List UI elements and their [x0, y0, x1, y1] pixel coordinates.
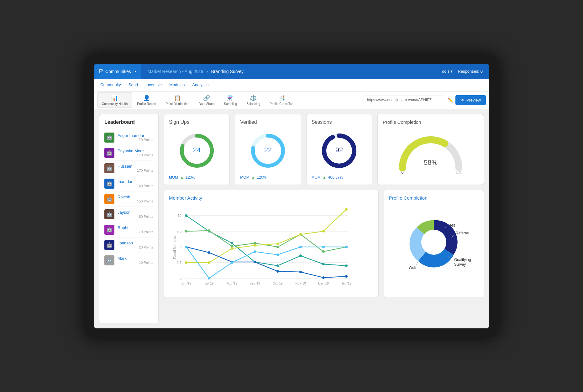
tools-button[interactable]: Tools ▾ [440, 69, 453, 74]
stats-cards: Sign Ups 24 MOM ▲ [164, 114, 372, 185]
list-item: 🤖 Johnson 20 Points [104, 238, 153, 253]
svg-point-66 [254, 250, 256, 253]
svg-text:5: 5 [180, 245, 181, 249]
svg-text:Nov '19: Nov '19 [295, 282, 306, 285]
gauge-wrap: 58% 0 100 [383, 127, 479, 177]
leaderboard-member-points: 20 Points [139, 245, 153, 249]
avatar: 🤖 [104, 225, 114, 235]
sessions-mom-label: MOM [312, 175, 321, 180]
device-frame: P Communities ▾ Market Research - Aug 20… [85, 55, 498, 338]
svg-text:Jun '19: Jun '19 [181, 282, 191, 285]
signups-title: Sign Ups [169, 119, 224, 125]
svg-text:92: 92 [335, 146, 343, 154]
sessions-title: Sessions [312, 119, 367, 125]
svg-point-38 [345, 264, 348, 267]
edit-url-icon[interactable]: ✏️ [448, 97, 453, 102]
breadcrumb-link[interactable]: Market Research - Aug 2019 [148, 69, 203, 74]
preview-button[interactable]: 👁 Preview [455, 95, 486, 105]
svg-point-33 [231, 242, 233, 244]
svg-point-56 [208, 251, 210, 254]
svg-text:24: 24 [193, 146, 200, 154]
svg-point-58 [254, 261, 256, 263]
community-health-icon: 📊 [111, 95, 118, 102]
svg-text:Jan '19: Jan '19 [341, 282, 351, 285]
communities-dropdown-icon: ▾ [135, 70, 136, 73]
svg-text:Survey: Survey [454, 262, 466, 267]
svg-text:10: 10 [178, 214, 181, 217]
svg-point-50 [254, 244, 256, 247]
nav-modules[interactable]: Modules [169, 79, 185, 91]
avatar: 🤖 [104, 163, 114, 173]
list-item: 🤖 Rajesh 150 Points [104, 191, 153, 207]
leaderboard-member-name: Rajesh [118, 195, 153, 199]
leaderboard-member-name: Asgar Inamdar [118, 133, 153, 138]
tool-community-health[interactable]: 📊 Community Health [97, 92, 132, 108]
verified-card: Verified 22 MOM ▲ [235, 114, 301, 185]
svg-text:Aug '19: Aug '19 [227, 282, 237, 285]
nav-send[interactable]: Send [129, 79, 138, 91]
svg-point-68 [299, 246, 302, 248]
avatar: 🤖 [104, 133, 114, 143]
leaderboard-member-name: Johnson [118, 241, 153, 245]
tool-profile-report-label: Profile Report [137, 102, 156, 106]
sampling-icon: ⚗️ [227, 95, 234, 102]
tool-point-distribution[interactable]: 📋 Point Distribution [161, 92, 194, 108]
nav-community[interactable]: Community [100, 79, 121, 91]
sessions-mom-pct: 466.67% [328, 175, 343, 180]
avatar: 🤖 [104, 179, 114, 189]
svg-point-43 [276, 246, 279, 248]
leaderboard-panel: Leaderboard 🤖 Asgar Inamdar 170 Points 🤖… [99, 114, 159, 323]
signups-donut: 24 [178, 132, 216, 170]
list-item: 🤖 Raphel 70 Points [104, 222, 153, 238]
leaderboard-member-points: 150 Points [137, 199, 153, 203]
main-content: Leaderboard 🤖 Asgar Inamdar 170 Points 🤖… [94, 109, 489, 328]
bottom-row: Member Activity 0 2.5 5 [164, 190, 484, 297]
member-activity-chart: 0 2.5 5 7.5 10 Panel Members Jun '19 Jul… [169, 203, 351, 291]
svg-line-80 [415, 261, 418, 268]
svg-point-60 [299, 271, 302, 273]
list-item: 🤖 Jayson 80 Points [104, 207, 153, 222]
svg-point-51 [276, 243, 279, 245]
svg-point-49 [231, 247, 233, 250]
leaderboard-member-points: 70 Points [139, 230, 153, 234]
nav-analytics[interactable]: Analytics [192, 79, 208, 91]
logo-area[interactable]: P Communities ▾ [94, 64, 141, 79]
svg-point-70 [345, 246, 348, 248]
preview-icon: 👁 [460, 98, 465, 102]
tool-balancing[interactable]: ⚖️ Balancing [242, 92, 265, 108]
leaderboard-member-points: 80 Points [139, 215, 153, 218]
logo-icon: P [99, 68, 103, 75]
leaderboard-member-name: Raphel [118, 225, 153, 230]
list-item: 🤖 Inamdar 160 Points [104, 176, 153, 191]
member-activity-title: Member Activity [169, 195, 373, 201]
data-share-icon: 🔗 [203, 95, 210, 102]
svg-text:7.5: 7.5 [177, 229, 181, 233]
tool-profile-cross-tab[interactable]: 📑 Profile Cross Tab [265, 92, 298, 108]
svg-point-41 [231, 245, 233, 248]
nav-incentive[interactable]: Incentive [145, 79, 162, 91]
tool-sampling[interactable]: ⚗️ Sampling [219, 92, 242, 108]
svg-point-45 [322, 250, 325, 253]
stats-and-profile: Sign Ups 24 MOM ▲ [164, 114, 484, 185]
svg-point-47 [185, 261, 187, 264]
svg-text:Jul '19: Jul '19 [205, 282, 214, 285]
avatar: 🤖 [104, 148, 114, 158]
tool-data-share[interactable]: 🔗 Data Share [194, 92, 219, 108]
sessions-footer: MOM ▲ 466.67% [312, 175, 367, 180]
svg-point-36 [299, 254, 302, 257]
svg-text:58%: 58% [424, 159, 438, 166]
svg-point-65 [231, 261, 233, 264]
signups-circle: 24 [169, 129, 224, 173]
leaderboard-member-name: Jayson [118, 210, 153, 215]
breadcrumb: Market Research - Aug 2019 › Branding Su… [141, 69, 440, 74]
leaderboard-member-name: Mark [118, 256, 153, 261]
signups-mom-pct: 120% [186, 175, 195, 180]
top-right: Tools ▾ Responses: 0 [440, 69, 489, 74]
svg-point-61 [322, 276, 325, 279]
toolbar: 📊 Community Health 👤 Profile Report 📋 Po… [94, 91, 489, 109]
tool-profile-report[interactable]: 👤 Profile Report [132, 92, 161, 108]
url-input[interactable] [364, 96, 445, 104]
list-item: 🤖 Priyanka More 170 Points [104, 145, 153, 161]
point-distribution-icon: 📋 [174, 95, 181, 102]
sessions-arrow-icon: ▲ [323, 175, 326, 180]
